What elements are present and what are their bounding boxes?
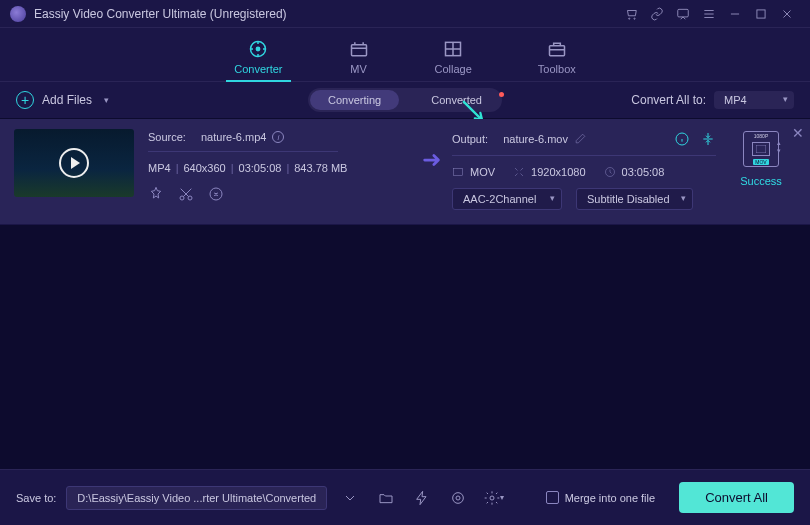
nav-toolbox[interactable]: Toolbox bbox=[530, 39, 584, 81]
svg-rect-8 bbox=[549, 46, 564, 56]
arrow-icon bbox=[412, 149, 452, 171]
info-output-icon[interactable] bbox=[674, 131, 690, 147]
convert-all-format: Convert All to: MP4 bbox=[631, 91, 794, 109]
maximize-icon[interactable] bbox=[748, 1, 774, 27]
titlebar: Eassiy Video Converter Ultimate (Unregis… bbox=[0, 0, 810, 28]
svg-point-5 bbox=[257, 47, 260, 50]
nav-converter[interactable]: Converter bbox=[226, 39, 290, 81]
svg-rect-2 bbox=[678, 9, 689, 17]
high-speed-button[interactable] bbox=[445, 485, 471, 511]
link-icon[interactable] bbox=[644, 1, 670, 27]
svg-point-18 bbox=[490, 496, 494, 500]
cut-icon[interactable] bbox=[178, 186, 194, 202]
tab-converting[interactable]: Converting bbox=[310, 90, 399, 110]
status-pills: Converting Converted bbox=[308, 88, 502, 112]
source-column: Source: nature-6.mp4 i MP4|640x360|03:05… bbox=[148, 129, 412, 202]
save-path-input[interactable]: D:\Eassiy\Eassiy Video ...rter Ultimate\… bbox=[66, 486, 327, 510]
divider bbox=[148, 151, 338, 152]
format-select[interactable]: MP4 bbox=[714, 91, 794, 109]
collage-icon bbox=[443, 39, 463, 59]
nav-collage[interactable]: Collage bbox=[427, 39, 480, 81]
checkbox-icon[interactable] bbox=[546, 491, 559, 504]
output-column: Output: nature-6.mov MOV 1920x1080 03:05… bbox=[452, 129, 716, 210]
svg-point-1 bbox=[634, 18, 635, 19]
feedback-icon[interactable] bbox=[670, 1, 696, 27]
gpu-accel-button[interactable] bbox=[409, 485, 435, 511]
video-thumbnail[interactable] bbox=[14, 129, 134, 197]
plus-icon: + bbox=[16, 91, 34, 109]
effects-icon[interactable] bbox=[148, 186, 164, 202]
svg-rect-15 bbox=[756, 145, 766, 153]
play-icon[interactable] bbox=[59, 148, 89, 178]
format-chevron-icon[interactable]: ▴▾ bbox=[777, 139, 781, 155]
toolbox-icon bbox=[547, 39, 567, 59]
footer-bar: Save to: D:\Eassiy\Eassiy Video ...rter … bbox=[0, 469, 810, 525]
file-row: ✕ Source: nature-6.mp4 i MP4|640x360|03:… bbox=[0, 119, 810, 225]
enhance-icon[interactable] bbox=[208, 186, 224, 202]
compress-icon[interactable] bbox=[700, 131, 716, 147]
divider bbox=[452, 155, 716, 156]
output-meta: MOV 1920x1080 03:05:08 bbox=[452, 166, 716, 178]
source-meta: MP4|640x360|03:05:08|843.78 MB bbox=[148, 162, 412, 174]
path-dropdown-button[interactable] bbox=[337, 485, 363, 511]
source-label: Source: nature-6.mp4 i bbox=[148, 131, 412, 143]
svg-rect-6 bbox=[351, 45, 366, 56]
nav-mv[interactable]: MV bbox=[341, 39, 377, 81]
sub-toolbar: + Add Files ▾ Converting Converted Conve… bbox=[0, 82, 810, 118]
audio-select[interactable]: AAC-2Channel bbox=[452, 188, 562, 210]
svg-rect-3 bbox=[757, 9, 765, 17]
tab-converted[interactable]: Converted bbox=[413, 90, 500, 110]
menu-icon[interactable] bbox=[696, 1, 722, 27]
app-title: Eassiy Video Converter Ultimate (Unregis… bbox=[34, 7, 618, 21]
source-tools bbox=[148, 186, 412, 202]
convert-all-button[interactable]: Convert All bbox=[679, 482, 794, 513]
converter-icon bbox=[248, 39, 268, 59]
settings-button[interactable]: ▾ bbox=[481, 485, 507, 511]
mv-icon bbox=[349, 39, 369, 59]
edit-name-icon[interactable] bbox=[574, 132, 587, 147]
subtitle-select[interactable]: Subtitle Disabled bbox=[576, 188, 693, 210]
open-folder-button[interactable] bbox=[373, 485, 399, 511]
add-files-button[interactable]: + Add Files ▾ bbox=[16, 91, 109, 109]
film-icon bbox=[752, 142, 770, 156]
app-logo-icon bbox=[10, 6, 26, 22]
svg-point-0 bbox=[629, 18, 630, 19]
svg-point-17 bbox=[453, 492, 464, 503]
svg-rect-13 bbox=[454, 169, 463, 176]
save-to-label: Save to: bbox=[16, 492, 56, 504]
file-list: ✕ Source: nature-6.mp4 i MP4|640x360|03:… bbox=[0, 118, 810, 469]
main-nav: Converter MV Collage Toolbox bbox=[0, 28, 810, 82]
notification-dot-icon bbox=[499, 92, 504, 97]
status-text: Success bbox=[740, 175, 782, 187]
svg-point-16 bbox=[456, 496, 460, 500]
output-format-column: 1080P MOV ▴▾ Success bbox=[726, 129, 796, 187]
chevron-down-icon: ▾ bbox=[104, 95, 109, 105]
output-format-thumb[interactable]: 1080P MOV bbox=[743, 131, 779, 167]
close-icon[interactable] bbox=[774, 1, 800, 27]
cart-icon[interactable] bbox=[618, 1, 644, 27]
output-label: Output: nature-6.mov bbox=[452, 131, 716, 147]
info-icon[interactable]: i bbox=[272, 131, 284, 143]
merge-checkbox[interactable]: Merge into one file bbox=[546, 491, 656, 504]
minimize-icon[interactable] bbox=[722, 1, 748, 27]
